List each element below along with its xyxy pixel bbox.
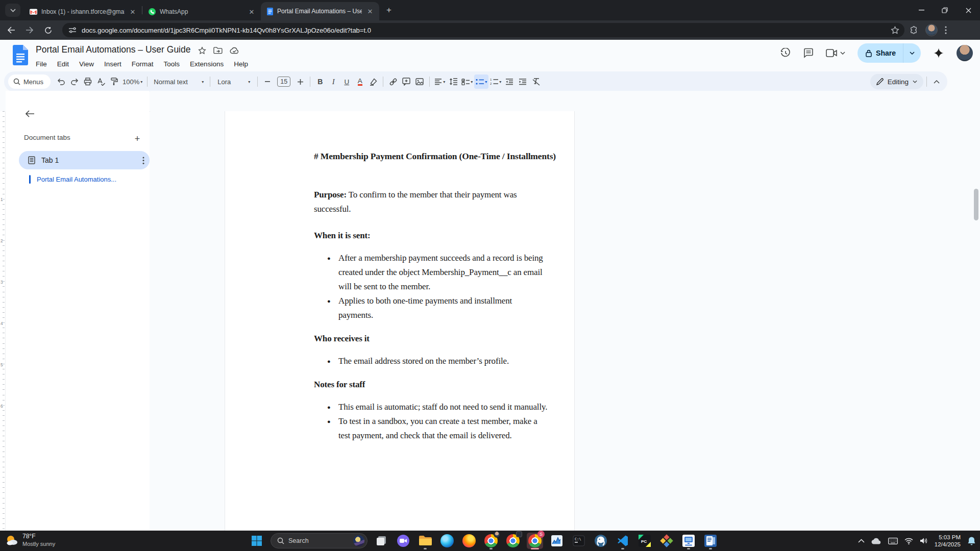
volume-icon[interactable]	[920, 537, 928, 544]
italic-button[interactable]: I	[327, 74, 340, 89]
back-button[interactable]	[4, 23, 18, 37]
menu-view[interactable]: View	[75, 59, 98, 69]
tab-options-kebab-icon[interactable]	[142, 157, 144, 164]
increase-font-size-button[interactable]	[293, 74, 307, 89]
extensions-puzzle-icon[interactable]	[910, 26, 918, 35]
notifications-bell-icon[interactable]	[967, 536, 976, 546]
chrome-profile2-icon[interactable]	[505, 533, 521, 549]
share-dropdown-arrow[interactable]	[903, 52, 921, 55]
start-button[interactable]	[249, 533, 265, 549]
text-color-button[interactable]: A	[353, 74, 366, 89]
bulleted-list-button-active[interactable]: ▾	[474, 74, 488, 89]
redo-button[interactable]	[68, 74, 81, 89]
spell-check-button[interactable]	[94, 74, 108, 89]
menu-tools[interactable]: Tools	[160, 59, 184, 69]
new-tab-button[interactable]: +	[382, 4, 396, 17]
chrome-profile1-icon[interactable]	[483, 533, 499, 549]
meet-call-button[interactable]	[826, 49, 845, 57]
highlight-color-button[interactable]	[366, 74, 380, 89]
video-chat-app-icon[interactable]	[395, 533, 411, 549]
collapse-toolbar-button[interactable]	[930, 74, 943, 89]
document-title[interactable]: Portal Email Automations – User Guide	[36, 44, 190, 55]
menu-extensions[interactable]: Extensions	[186, 59, 228, 69]
move-to-folder-icon[interactable]	[213, 47, 223, 55]
menus-search-button[interactable]: Menus	[8, 74, 51, 89]
writer-document-app-icon[interactable]	[702, 533, 719, 549]
reload-button[interactable]	[41, 23, 55, 37]
increase-indent-button[interactable]	[516, 74, 529, 89]
taskbar-search-box[interactable]: Search	[271, 533, 368, 548]
menu-help[interactable]: Help	[230, 59, 252, 69]
taskpro-app-icon[interactable]	[680, 533, 697, 549]
insert-image-button[interactable]	[413, 74, 426, 89]
paint-format-button[interactable]	[108, 74, 121, 89]
terminal-icon[interactable]: C:\	[571, 533, 587, 549]
chrome-profile-s-icon-active[interactable]: S	[527, 533, 543, 549]
clear-formatting-button[interactable]	[529, 74, 543, 89]
bold-button[interactable]: B	[313, 74, 327, 89]
taskbar-clock[interactable]: 5:03 PM 12/4/2025	[935, 534, 961, 548]
tab-close-icon[interactable]: ✕	[248, 8, 256, 16]
add-document-tab-button[interactable]: +	[130, 132, 144, 146]
browser-menu-kebab-icon[interactable]	[945, 26, 947, 34]
version-history-icon[interactable]	[780, 48, 791, 58]
window-minimize-button[interactable]	[910, 0, 933, 20]
task-view-button[interactable]	[373, 533, 389, 549]
close-panel-back-button[interactable]	[20, 104, 40, 124]
zoom-select[interactable]: 100%▾	[121, 74, 144, 89]
insert-link-button[interactable]	[386, 74, 400, 89]
site-settings-icon[interactable]	[68, 27, 77, 34]
forward-button[interactable]	[22, 23, 37, 37]
outline-heading-item[interactable]: Portal Email Automations...	[29, 175, 116, 184]
tab-close-icon[interactable]: ✕	[129, 8, 137, 16]
menu-insert[interactable]: Insert	[100, 59, 126, 69]
search-highlight-image[interactable]	[353, 535, 364, 546]
cloud-saved-icon[interactable]	[230, 47, 239, 54]
window-restore-button[interactable]	[933, 0, 957, 20]
numbered-list-button[interactable]: 12▾	[488, 74, 503, 89]
taskbar-weather-widget[interactable]: 78°F Mostly sunny	[5, 533, 55, 547]
menu-format[interactable]: Format	[128, 59, 158, 69]
diamond-app-icon[interactable]	[658, 533, 675, 549]
browser-tab-whatsapp[interactable]: WhatsApp ✕	[142, 3, 261, 20]
file-explorer-icon[interactable]	[417, 533, 433, 549]
touch-keyboard-icon[interactable]	[888, 538, 898, 544]
vertical-scrollbar-thumb[interactable]	[974, 189, 978, 220]
font-size-input[interactable]: 15	[277, 77, 290, 87]
font-family-select[interactable]: Lora▾	[213, 74, 254, 89]
wifi-icon[interactable]	[904, 538, 913, 544]
add-comment-button[interactable]	[400, 74, 413, 89]
document-tab-item-selected[interactable]: Tab 1	[19, 151, 150, 169]
window-close-button[interactable]	[957, 0, 980, 20]
share-button[interactable]: Share	[857, 43, 921, 63]
checklist-button[interactable]: ▾	[460, 74, 474, 89]
menu-file[interactable]: File	[32, 59, 51, 69]
tab-close-icon[interactable]: ✕	[366, 7, 374, 15]
edge-browser-icon[interactable]	[439, 533, 455, 549]
vscode-icon[interactable]	[615, 533, 631, 549]
browser-tab-gmail[interactable]: Inbox (1) - ishann.tforce@gmai ✕	[23, 3, 142, 20]
onedrive-cloud-icon[interactable]	[871, 538, 881, 544]
url-omnibox[interactable]: docs.google.com/document/d/1jpc3R6Cmpii0…	[62, 23, 904, 37]
browser-tab-docs-active[interactable]: Portal Email Automations – Use ✕	[261, 2, 379, 20]
decrease-font-size-button[interactable]	[261, 74, 274, 89]
underline-button[interactable]: U	[340, 74, 353, 89]
align-button[interactable]: ▾	[433, 74, 447, 89]
postgresql-icon[interactable]	[593, 533, 609, 549]
tab-search-button[interactable]	[5, 4, 20, 17]
comments-icon[interactable]	[803, 48, 814, 58]
pycharm-icon[interactable]: PC	[636, 533, 653, 549]
system-monitor-icon[interactable]	[549, 533, 565, 549]
menu-edit[interactable]: Edit	[53, 59, 73, 69]
gemini-icon[interactable]	[933, 47, 944, 59]
line-spacing-button[interactable]	[447, 74, 460, 89]
firefox-browser-icon[interactable]	[461, 533, 477, 549]
google-docs-logo[interactable]	[13, 45, 28, 65]
browser-profile-avatar[interactable]	[925, 24, 938, 36]
paragraph-style-select[interactable]: Normal text▾	[151, 74, 207, 89]
docs-profile-avatar[interactable]	[957, 45, 973, 61]
star-document-icon[interactable]	[198, 46, 206, 55]
bookmark-star-icon[interactable]	[891, 26, 899, 34]
tray-expand-chevron-icon[interactable]	[858, 539, 865, 543]
editing-mode-select[interactable]: Editing	[870, 74, 923, 89]
